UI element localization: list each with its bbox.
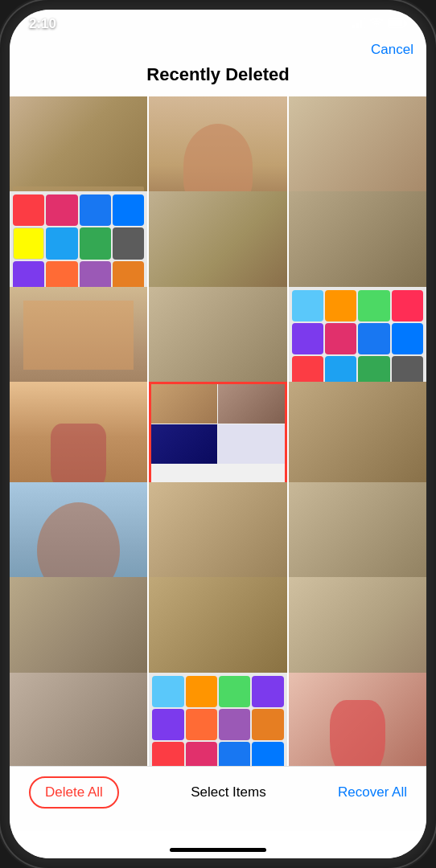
app-icon: [219, 742, 250, 766]
toolbar: Delete All Select Items Recover All: [10, 766, 426, 831]
app-icon: [80, 194, 111, 225]
svg-rect-5: [405, 21, 407, 25]
status-icons: [352, 18, 407, 31]
app-icon: [358, 323, 389, 354]
app-icon: [46, 227, 77, 260]
delete-all-button[interactable]: Delete All: [29, 776, 119, 809]
status-time: 2:10: [29, 16, 56, 32]
svg-rect-6: [389, 20, 402, 27]
svg-rect-3: [364, 18, 366, 28]
photo-cell-apps[interactable]: 29 days: [149, 673, 286, 766]
app-icon: [392, 290, 423, 321]
app-icon: [252, 742, 283, 766]
app-icon: [152, 709, 183, 740]
status-bar: 2:10: [10, 10, 426, 35]
app-icon: [113, 194, 144, 225]
app-icon: [113, 227, 144, 260]
battery-icon: [388, 18, 407, 31]
recover-all-button[interactable]: Recover All: [338, 784, 407, 800]
app-icon: [325, 290, 356, 321]
select-items-button[interactable]: Select Items: [191, 784, 266, 800]
photo-cell[interactable]: 29 days: [10, 673, 147, 766]
home-indicator: [10, 831, 426, 858]
app-icon: [80, 227, 111, 260]
app-icon: [152, 676, 183, 707]
photo-grid: 29 days 29 days 29 days: [10, 96, 426, 766]
header-top: Cancel: [10, 39, 426, 61]
app-icon: [325, 323, 356, 354]
app-icon: [186, 676, 217, 707]
screen: 2:10: [10, 10, 426, 858]
app-icons-grid: [152, 676, 283, 766]
app-icon: [358, 290, 389, 321]
app-icon: [13, 227, 44, 260]
app-icon: [292, 290, 323, 321]
page-title: Recently Deleted: [10, 61, 426, 90]
app-icon: [219, 676, 250, 707]
photo-cell[interactable]: 29 days: [289, 673, 426, 766]
app-icon: [186, 709, 217, 740]
app-icon: [46, 194, 77, 225]
svg-rect-0: [352, 25, 355, 28]
app-icon: [152, 742, 183, 766]
wifi-icon: [370, 18, 383, 31]
cancel-button[interactable]: Cancel: [371, 42, 413, 58]
app-icon: [392, 323, 423, 354]
svg-rect-2: [360, 20, 362, 28]
app-icon: [252, 709, 283, 740]
svg-rect-1: [356, 23, 359, 28]
signal-icon: [352, 18, 365, 31]
app-icon: [219, 709, 250, 740]
app-icon: [292, 323, 323, 354]
phone-frame: 2:10: [0, 0, 436, 868]
app-icon: [252, 676, 283, 707]
app-icon: [186, 742, 217, 766]
app-icon: [13, 194, 44, 225]
home-bar: [170, 848, 266, 852]
phone-screen: 2:10: [10, 10, 426, 858]
